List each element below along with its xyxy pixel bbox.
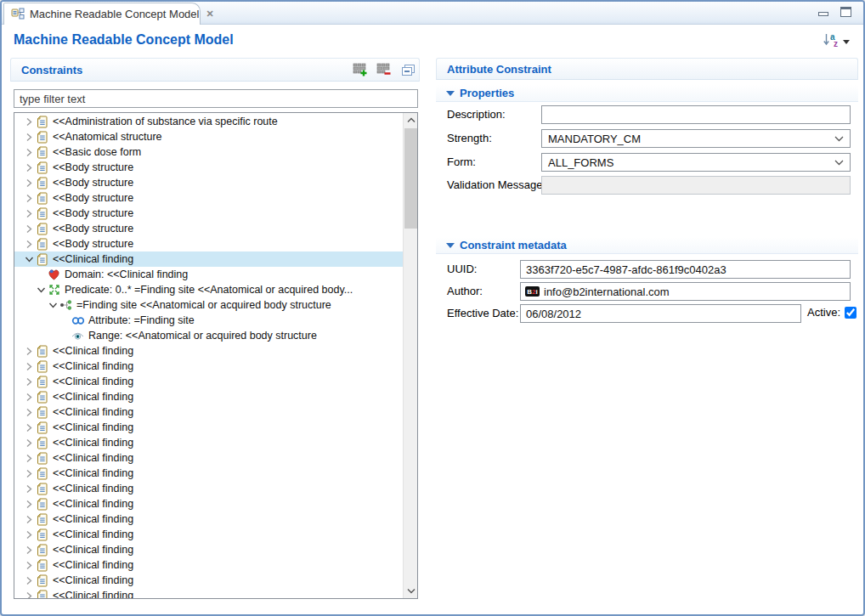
constraint-icon	[35, 543, 49, 557]
tree-item[interactable]: <<Clinical finding	[14, 389, 403, 404]
author-field[interactable]: B2i info@b2international.com	[520, 282, 851, 301]
remove-constraint-button[interactable]	[376, 61, 393, 78]
tree-item[interactable]: <<Clinical finding	[14, 251, 403, 267]
chevron-right-icon[interactable]	[23, 115, 35, 128]
chevron-right-icon[interactable]	[23, 405, 35, 419]
tree-item[interactable]: <<Clinical finding	[14, 527, 403, 542]
form-select[interactable]: ALL_FORMS	[541, 153, 851, 172]
tree-item[interactable]: Range: <<Anatomical or acquired body str…	[14, 328, 403, 343]
scroll-thumb[interactable]	[404, 128, 417, 229]
tree-item[interactable]: <<Clinical finding	[14, 573, 403, 588]
constraint-icon	[35, 176, 49, 189]
tree-item[interactable]: <<Clinical finding	[14, 404, 403, 420]
chevron-right-icon[interactable]	[23, 375, 35, 388]
section-twistie-icon[interactable]	[446, 243, 455, 248]
active-checkbox[interactable]	[845, 307, 857, 319]
constraint-icon	[35, 130, 49, 144]
chevron-right-icon[interactable]	[23, 512, 35, 526]
tree-item[interactable]: =Finding site <<Anatomical or acquired b…	[14, 297, 403, 313]
chevron-right-icon[interactable]	[23, 574, 35, 587]
tree-item[interactable]: <<Clinical finding	[14, 466, 403, 481]
model-icon	[11, 8, 25, 20]
metadata-section-title: Constraint metadata	[460, 239, 567, 251]
filter-input[interactable]	[14, 89, 418, 108]
tree-scrollbar[interactable]	[403, 113, 417, 598]
chevron-right-icon[interactable]	[23, 145, 35, 159]
chevron-right-icon[interactable]	[23, 482, 35, 495]
tree-item-label: <<Body structure	[49, 207, 133, 219]
tree-item[interactable]: Predicate: 0..* =Finding site <<Anatomic…	[14, 282, 403, 297]
description-field[interactable]	[541, 105, 851, 124]
tree-item[interactable]: <<Clinical finding	[14, 435, 403, 450]
tab-machine-readable-concept-model[interactable]: Machine Readable Concept Model ✕	[3, 3, 201, 25]
tree-item[interactable]: Attribute: =Finding site	[14, 313, 403, 328]
tree-item[interactable]: <<Administration of substance via specif…	[14, 114, 403, 129]
constraint-icon	[35, 222, 49, 235]
constraint-icon	[35, 574, 49, 587]
expander-spacer	[35, 268, 47, 281]
properties-section-header[interactable]: Properties	[436, 85, 858, 102]
chevron-right-icon[interactable]	[23, 528, 35, 541]
tree-item[interactable]: <<Clinical finding	[14, 343, 403, 359]
add-constraint-button[interactable]	[352, 61, 369, 78]
chevron-right-icon[interactable]	[23, 436, 35, 449]
chevron-right-icon[interactable]	[23, 466, 35, 480]
tree-item[interactable]: <<Clinical finding	[14, 481, 403, 496]
scroll-up-icon[interactable]	[404, 113, 418, 127]
chevron-right-icon[interactable]	[23, 497, 35, 511]
tree-item[interactable]: <<Clinical finding	[14, 420, 403, 435]
chevron-right-icon[interactable]	[23, 206, 35, 220]
chevron-right-icon[interactable]	[23, 543, 35, 557]
metadata-section-header[interactable]: Constraint metadata	[436, 237, 858, 254]
chevron-right-icon[interactable]	[23, 589, 35, 599]
tree-item[interactable]: <<Clinical finding	[14, 496, 403, 511]
constraint-icon	[35, 344, 49, 358]
chevron-right-icon[interactable]	[23, 161, 35, 174]
tree-item-label: =Finding site <<Anatomical or acquired b…	[73, 299, 331, 311]
minimize-icon[interactable]	[818, 12, 828, 16]
maximize-icon[interactable]	[840, 7, 851, 17]
tree-item[interactable]: <<Clinical finding	[14, 359, 403, 374]
chevron-right-icon[interactable]	[23, 421, 35, 434]
constraint-icon	[35, 482, 49, 495]
chevron-right-icon[interactable]	[23, 191, 35, 205]
chevron-down-icon[interactable]	[23, 252, 35, 266]
strength-select[interactable]: MANDATORY_CM	[541, 129, 851, 148]
tree-item[interactable]: <<Clinical finding	[14, 450, 403, 466]
tree-item[interactable]: <<Clinical finding	[14, 374, 403, 389]
chevron-right-icon[interactable]	[23, 558, 35, 572]
chevron-right-icon[interactable]	[23, 359, 35, 373]
close-icon[interactable]: ✕	[206, 8, 213, 20]
tree-item[interactable]: <<Clinical finding	[14, 511, 403, 527]
chevron-right-icon[interactable]	[23, 130, 35, 144]
chevron-down-icon[interactable]	[35, 283, 47, 297]
tree-item[interactable]: <<Anatomical structure	[14, 129, 403, 144]
effective-date-field[interactable]	[520, 304, 801, 323]
collapse-all-button[interactable]	[399, 61, 416, 78]
tree-item[interactable]: <<Clinical finding	[14, 588, 403, 599]
chevron-right-icon[interactable]	[23, 222, 35, 235]
tree-item[interactable]: <<Body structure	[14, 160, 403, 175]
chevron-down-icon[interactable]	[47, 298, 59, 312]
tree-item[interactable]: <<Basic dose form	[14, 144, 403, 160]
section-twistie-icon[interactable]	[446, 91, 455, 96]
tree-item[interactable]: <<Body structure	[14, 221, 403, 236]
chevron-right-icon[interactable]	[23, 451, 35, 465]
constraint-icon	[35, 375, 49, 388]
attribute-constraint-title: Attribute Constraint	[437, 63, 551, 76]
tree-item[interactable]: <<Body structure	[14, 236, 403, 251]
chevron-right-icon[interactable]	[23, 237, 35, 251]
tree-item[interactable]: <<Clinical finding	[14, 542, 403, 557]
tree-item[interactable]: <<Body structure	[14, 206, 403, 221]
tree-item-label: <<Clinical finding	[49, 253, 133, 265]
tree-item[interactable]: <<Clinical finding	[14, 557, 403, 573]
sort-button[interactable]: a z	[823, 32, 850, 48]
chevron-right-icon[interactable]	[23, 176, 35, 189]
chevron-right-icon[interactable]	[23, 390, 35, 404]
scroll-down-icon[interactable]	[404, 584, 418, 598]
tree-item[interactable]: <<Body structure	[14, 175, 403, 190]
uuid-field[interactable]	[520, 260, 851, 279]
tree-item[interactable]: Domain: <<Clinical finding	[14, 267, 403, 282]
chevron-right-icon[interactable]	[23, 344, 35, 358]
tree-item[interactable]: <<Body structure	[14, 190, 403, 206]
